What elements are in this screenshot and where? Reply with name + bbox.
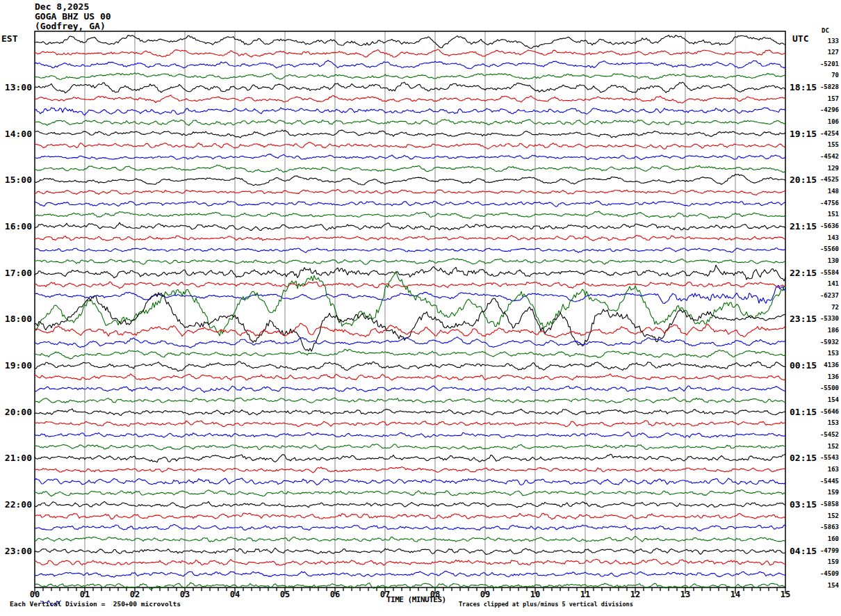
seismogram-trace bbox=[35, 337, 785, 348]
seismogram-trace bbox=[35, 432, 785, 437]
seismogram-trace bbox=[35, 154, 785, 160]
seismogram-trace bbox=[35, 349, 785, 359]
dc-offset-value: -5445 bbox=[807, 478, 839, 485]
dc-offset-value: 153 bbox=[807, 350, 839, 357]
seismogram-trace bbox=[35, 421, 785, 427]
x-tick-label: 13 bbox=[676, 590, 695, 599]
right-axis-header-utc: UTC bbox=[792, 34, 808, 44]
x-tick-label: 00 bbox=[25, 590, 44, 599]
dc-offset-value: -5932 bbox=[807, 339, 839, 346]
x-tick-label: 15 bbox=[776, 590, 795, 599]
dc-offset-value: -4542 bbox=[807, 154, 839, 160]
seismogram-trace bbox=[35, 189, 785, 195]
utc-hour-label: 00:15 bbox=[790, 361, 817, 371]
seismogram-trace bbox=[35, 362, 785, 371]
seismogram-plot bbox=[0, 0, 841, 616]
x-tick-label: 05 bbox=[275, 590, 295, 599]
seismogram-trace bbox=[35, 478, 785, 485]
seismogram-trace bbox=[35, 95, 785, 103]
x-tick-label: 02 bbox=[125, 590, 145, 599]
dc-offset-value: -4756 bbox=[807, 200, 839, 206]
x-tick-label: 04 bbox=[225, 590, 245, 599]
seismogram-trace bbox=[35, 386, 785, 392]
dc-offset-value: 154 bbox=[807, 397, 839, 403]
seismogram-trace bbox=[35, 222, 785, 230]
utc-hour-label: 21:15 bbox=[790, 222, 817, 232]
seismogram-trace bbox=[35, 524, 785, 530]
seismogram-trace bbox=[35, 374, 785, 380]
seismogram-trace bbox=[35, 559, 785, 565]
est-hour-label: 18:00 bbox=[0, 314, 32, 324]
seismogram-trace bbox=[35, 454, 785, 462]
dc-offset-value: 159 bbox=[807, 559, 839, 565]
dc-offset-value: 154 bbox=[807, 583, 839, 589]
utc-hour-label: 20:15 bbox=[790, 175, 817, 185]
x-tick-label: 12 bbox=[626, 590, 645, 599]
x-tick-label: 01 bbox=[75, 590, 95, 599]
seismogram-trace bbox=[35, 467, 785, 473]
dc-offset-value: 148 bbox=[807, 188, 839, 195]
dc-offset-value: 106 bbox=[807, 119, 839, 125]
utc-hour-label: 01:15 bbox=[790, 407, 817, 417]
dc-offset-value: 155 bbox=[807, 142, 839, 148]
dc-offset-value: -6237 bbox=[807, 293, 839, 299]
dc-offset-value: -5863 bbox=[807, 524, 839, 530]
dc-offset-value: 157 bbox=[807, 96, 839, 102]
est-hour-label: 20:00 bbox=[0, 407, 32, 417]
seismogram-trace bbox=[35, 174, 785, 185]
seismogram-trace bbox=[35, 265, 785, 281]
utc-hour-label: 02:15 bbox=[790, 453, 817, 463]
seismogram-trace bbox=[35, 235, 785, 241]
left-axis-header-est: EST bbox=[1, 34, 17, 44]
dc-offset-value: 136 bbox=[807, 374, 839, 380]
dc-offset-value: 141 bbox=[807, 281, 839, 287]
est-hour-label: 15:00 bbox=[0, 175, 32, 185]
dc-offset-header: DC bbox=[822, 28, 829, 34]
seismogram-trace bbox=[35, 513, 785, 519]
footer-clip-note: Traces clipped at plus/minus 5 vertical … bbox=[459, 601, 633, 608]
utc-hour-label: 04:15 bbox=[790, 546, 817, 556]
dc-offset-value: -5500 bbox=[807, 385, 839, 391]
utc-hour-label: 22:15 bbox=[790, 268, 817, 278]
utc-hour-label: 03:15 bbox=[790, 500, 817, 510]
footer-scale-note: Each Vertical Division = 250+00 microvol… bbox=[10, 601, 181, 608]
utc-hour-label: 19:15 bbox=[790, 129, 817, 139]
seismogram-trace bbox=[35, 60, 785, 69]
est-hour-label: 22:00 bbox=[0, 500, 32, 510]
x-tick-label: 14 bbox=[726, 590, 745, 599]
utc-hour-label: 18:15 bbox=[790, 83, 817, 92]
seismogram-trace bbox=[35, 248, 785, 253]
seismogram-trace bbox=[35, 444, 785, 451]
dc-offset-value: 151 bbox=[807, 211, 839, 218]
seismogram-trace bbox=[35, 572, 785, 578]
seismogram-trace bbox=[35, 285, 785, 303]
plot-date: Dec 8,2025 bbox=[35, 2, 89, 12]
dc-offset-value: -4296 bbox=[807, 107, 839, 113]
dc-offset-value: 72 bbox=[807, 305, 839, 311]
seismogram-trace bbox=[35, 536, 785, 542]
seismogram-trace bbox=[35, 398, 785, 403]
dc-offset-value: 160 bbox=[807, 536, 839, 542]
utc-hour-label: 23:15 bbox=[790, 314, 817, 324]
dc-offset-value: 130 bbox=[807, 258, 839, 264]
est-hour-label: 23:00 bbox=[0, 546, 32, 556]
seismogram-trace bbox=[35, 259, 785, 265]
dc-offset-value: -5201 bbox=[807, 61, 839, 67]
dc-offset-value: -5452 bbox=[807, 432, 839, 438]
dc-offset-value: -5560 bbox=[807, 246, 839, 252]
seismogram-trace bbox=[35, 120, 785, 126]
seismogram-trace bbox=[35, 293, 785, 351]
x-tick-label: 03 bbox=[175, 590, 195, 599]
x-tick-label: 08 bbox=[425, 590, 445, 599]
seismogram-trace bbox=[35, 82, 785, 93]
x-tick-label: 06 bbox=[325, 590, 345, 599]
seismogram-trace bbox=[35, 282, 785, 289]
dc-offset-value: 127 bbox=[807, 49, 839, 56]
est-hour-label: 19:00 bbox=[0, 361, 32, 371]
est-hour-label: 21:00 bbox=[0, 453, 32, 463]
x-tick-label: 10 bbox=[525, 590, 545, 599]
seismogram-trace bbox=[35, 73, 785, 80]
dc-offset-value: 129 bbox=[807, 165, 839, 172]
station-code: GOGA BHZ US 00 bbox=[35, 12, 111, 22]
helicorder-page: Dec 8,2025 GOGA BHZ US 00 (Godfrey, GA) … bbox=[0, 0, 841, 616]
